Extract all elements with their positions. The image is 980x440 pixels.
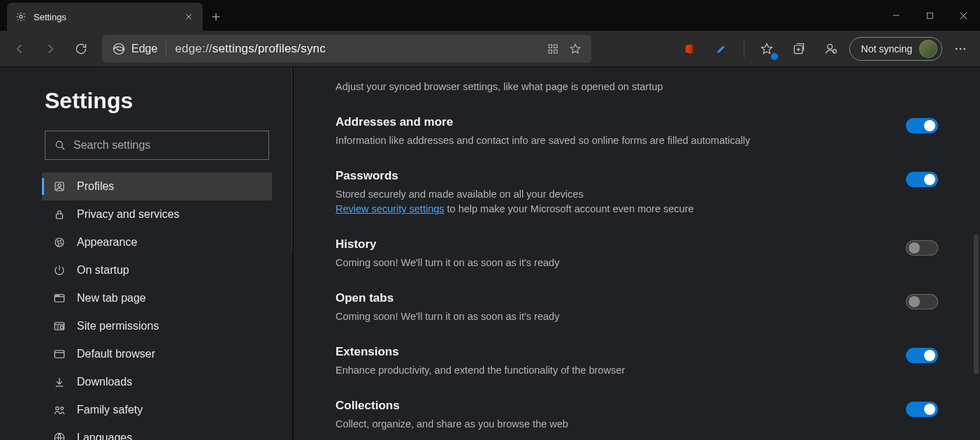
sidebar-item-appearance[interactable]: Appearance [42, 228, 272, 256]
sidebar-item-label: Site permissions [77, 320, 159, 332]
setting-row: Collections Collect, organize, and share… [336, 390, 938, 440]
svg-point-0 [20, 15, 22, 18]
sidebar-item-label: Privacy and services [77, 208, 180, 221]
sidebar-item-new-tab-page[interactable]: New tab page [42, 284, 272, 312]
toggle-collections[interactable] [906, 402, 938, 417]
url-text: edge://settings/profiles/sync [175, 42, 326, 56]
sidebar-item-default-browser[interactable]: Default browser [42, 340, 272, 368]
pen-icon[interactable] [707, 35, 735, 63]
setting-row: History Coming soon! We'll turn it on as… [336, 229, 938, 283]
browser-icon [53, 348, 66, 360]
svg-point-24 [59, 295, 59, 296]
appearance-icon [53, 236, 66, 249]
address-bar[interactable]: Edge edge://settings/profiles/sync [102, 35, 591, 63]
more-menu-button[interactable] [946, 35, 974, 63]
setting-title: Open tabs [336, 291, 889, 305]
svg-rect-6 [554, 50, 558, 53]
svg-rect-16 [57, 214, 63, 219]
sidebar-item-privacy-and-services[interactable]: Privacy and services [42, 200, 272, 228]
language-icon [53, 432, 66, 440]
search-icon [54, 139, 66, 152]
favorites-icon[interactable] [753, 35, 781, 63]
sidebar-item-on-startup[interactable]: On startup [42, 256, 272, 284]
settings-heading: Settings [45, 88, 293, 114]
sidebar-item-label: Profiles [77, 180, 114, 193]
svg-point-30 [55, 433, 64, 440]
gear-icon [15, 11, 27, 22]
svg-rect-3 [549, 45, 552, 48]
newtab-icon [53, 292, 66, 305]
qr-icon[interactable] [547, 43, 559, 55]
sync-status-pill[interactable]: Not syncing [849, 37, 942, 61]
browser-tab-settings[interactable]: Settings [7, 3, 203, 31]
maximize-button[interactable] [913, 0, 946, 31]
setting-title: Collections [336, 399, 889, 413]
setting-row: Passwords Stored securely and made avail… [336, 161, 938, 229]
toggle-open-tabs[interactable] [906, 294, 938, 309]
svg-point-13 [56, 141, 62, 147]
sidebar-item-profiles[interactable]: Profiles [42, 173, 272, 200]
sidebar-item-label: Downloads [77, 376, 132, 388]
svg-point-2 [114, 43, 124, 54]
content-scrollbar[interactable] [974, 235, 979, 374]
sidebar-item-downloads[interactable]: Downloads [42, 368, 272, 396]
sidebar-item-family-safety[interactable]: Family safety [42, 396, 272, 424]
svg-point-11 [960, 47, 962, 50]
svg-rect-5 [549, 50, 552, 53]
family-icon [53, 404, 66, 416]
svg-point-9 [833, 49, 836, 52]
svg-point-8 [828, 44, 833, 49]
svg-point-20 [61, 243, 62, 244]
search-settings-box[interactable] [45, 131, 269, 160]
svg-point-19 [60, 240, 62, 242]
settings-sidebar: Settings Profiles Privacy and services A… [0, 67, 294, 440]
toggle-history[interactable] [906, 240, 938, 256]
search-input[interactable] [73, 139, 260, 152]
refresh-button[interactable] [67, 35, 95, 63]
setting-title: Passwords [336, 169, 889, 183]
setting-subtitle: Stored securely and made available on al… [336, 187, 889, 217]
sidebar-item-label: Appearance [77, 236, 137, 249]
svg-rect-1 [927, 13, 932, 18]
sidebar-item-label: Languages [77, 432, 132, 440]
svg-point-15 [58, 184, 62, 187]
svg-rect-4 [554, 45, 558, 48]
tab-close-button[interactable] [183, 11, 194, 22]
close-button[interactable] [946, 0, 980, 31]
setting-subtitle: Information like addresses and contact i… [336, 133, 889, 148]
permissions-icon [53, 320, 66, 332]
setting-title: Extensions [336, 345, 889, 359]
setting-subtitle: Collect, organize, and share as you brow… [336, 417, 889, 432]
edge-brand: Edge [112, 42, 157, 56]
collections-icon[interactable] [785, 35, 813, 63]
svg-point-17 [55, 238, 64, 247]
brand-label: Edge [131, 43, 157, 55]
sidebar-item-label: New tab page [77, 292, 146, 305]
setting-subtitle: Adjust your synced browser settings, lik… [336, 80, 889, 94]
settings-content: Adjust your synced browser settings, lik… [294, 67, 980, 440]
toggle-extensions[interactable] [906, 348, 938, 363]
setting-subtitle: Coming soon! We'll turn it on as soon as… [336, 256, 889, 270]
toggle-passwords[interactable] [906, 172, 938, 187]
office-icon[interactable] [675, 35, 703, 63]
forward-button[interactable] [36, 35, 64, 63]
sidebar-item-site-permissions[interactable]: Site permissions [42, 312, 272, 340]
setting-title: Addresses and more [336, 115, 889, 129]
sidebar-item-languages[interactable]: Languages [42, 424, 272, 440]
setting-row: Adjust your synced browser settings, lik… [336, 71, 938, 107]
back-button[interactable] [6, 35, 34, 63]
profile-icon[interactable] [817, 35, 845, 63]
sync-pill-label: Not syncing [861, 43, 912, 54]
new-tab-button[interactable] [203, 3, 229, 31]
svg-point-18 [57, 241, 59, 242]
power-icon [53, 264, 66, 277]
sidebar-item-label: On startup [77, 264, 129, 277]
setting-subtitle: Coming soon! We'll turn it on as soon as… [336, 309, 889, 324]
favorite-star-icon[interactable] [569, 43, 582, 55]
review-security-link[interactable]: Review security settings [336, 203, 445, 214]
minimize-button[interactable] [879, 0, 913, 31]
svg-rect-26 [61, 326, 64, 329]
browser-toolbar: Edge edge://settings/profiles/sync [0, 31, 980, 67]
lock-icon [53, 208, 66, 221]
toggle-addresses-and-more[interactable] [906, 118, 938, 133]
